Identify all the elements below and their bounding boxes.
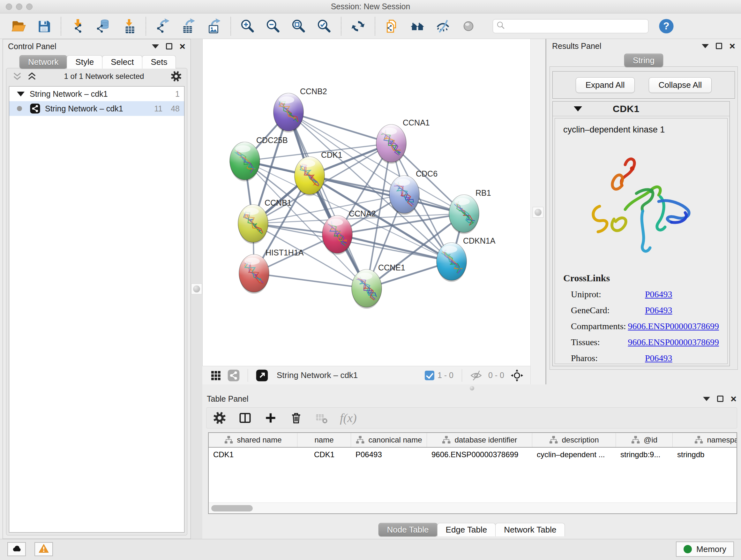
show-columns-icon[interactable] <box>238 411 253 425</box>
import-network-icon[interactable] <box>70 18 86 35</box>
copy-document-icon[interactable] <box>384 18 400 35</box>
crosslink-link[interactable]: 9606.ENSP00000378699 <box>628 337 719 348</box>
table-cell[interactable]: stringdb <box>673 448 737 462</box>
selected-checkbox[interactable] <box>425 371 434 380</box>
panel-menu-icon[interactable] <box>152 44 159 49</box>
close-panel-icon[interactable]: × <box>731 395 737 402</box>
zoom-in-icon[interactable] <box>239 18 256 35</box>
hide-eye-icon[interactable] <box>434 18 451 35</box>
memory-button[interactable]: Memory <box>676 542 734 557</box>
detach-view-icon[interactable] <box>255 368 269 382</box>
tab-network[interactable]: Network <box>19 55 67 69</box>
network-canvas[interactable]: CCNB2CCNA1CDC25BCDK1CDC6RB1CCNB1CCNA2CDK… <box>202 39 530 366</box>
collapse-triangle-icon[interactable] <box>574 106 582 111</box>
table-settings-icon[interactable] <box>212 411 227 425</box>
expand-all-icon[interactable] <box>26 71 38 82</box>
float-panel-icon[interactable] <box>166 43 172 50</box>
close-panel-icon[interactable]: × <box>729 43 735 49</box>
tab-network-table[interactable]: Network Table <box>495 523 565 537</box>
column-header-shared-name[interactable]: shared name <box>209 433 297 447</box>
table-cell[interactable]: cyclin–dependent ... <box>532 448 616 462</box>
import-database-icon[interactable] <box>95 18 112 35</box>
close-panel-icon[interactable]: × <box>179 43 185 50</box>
tab-string[interactable]: String <box>624 54 663 67</box>
table-cell[interactable]: 9606.ENSP00000378699 <box>427 448 532 462</box>
birds-eye-view-icon[interactable] <box>209 368 223 382</box>
tab-select[interactable]: Select <box>102 55 142 69</box>
node-CCNA1[interactable]: CCNA1 <box>376 118 430 164</box>
column-header-@id[interactable]: @id <box>616 433 673 447</box>
network-overview-icon[interactable] <box>226 368 241 382</box>
right-splitter[interactable] <box>530 39 546 384</box>
float-panel-icon[interactable] <box>716 43 722 49</box>
table-row[interactable]: CDK1CDK1P064939606.ENSP00000378699cyclin… <box>209 448 737 462</box>
right-splitter-handle[interactable] <box>533 207 543 218</box>
column-header-canonical-name[interactable]: canonical name <box>351 433 427 447</box>
node-CDK1[interactable]: CDK1 <box>294 150 342 196</box>
open-folder-icon[interactable] <box>10 18 27 35</box>
float-panel-icon[interactable] <box>717 395 724 402</box>
fit-selected-icon[interactable] <box>510 368 524 382</box>
table-cell[interactable]: P06493 <box>351 448 427 462</box>
export-table-icon[interactable] <box>180 18 197 35</box>
zoom-fit-icon[interactable] <box>290 18 307 35</box>
gene-section-header[interactable]: CDK1 <box>553 102 730 116</box>
node-CDC25B[interactable]: CDC25B <box>230 136 288 181</box>
zoom-selected-icon[interactable] <box>316 18 333 35</box>
tab-edge-table[interactable]: Edge Table <box>437 523 496 537</box>
table-cell[interactable]: CDK1 <box>209 448 297 462</box>
left-splitter-handle[interactable] <box>191 284 202 294</box>
home-network-icon[interactable] <box>409 18 426 35</box>
zoom-out-icon[interactable] <box>265 18 281 35</box>
collapse-all-button[interactable]: Collapse All <box>649 77 712 93</box>
show-eye-icon[interactable] <box>460 18 477 35</box>
cloud-status-button[interactable] <box>7 542 26 556</box>
panel-menu-icon[interactable] <box>703 397 710 401</box>
gear-icon[interactable] <box>171 71 182 82</box>
table-horizontal-scrollbar[interactable] <box>209 503 737 513</box>
export-network-icon[interactable] <box>154 18 171 35</box>
crosslink-link[interactable]: 9606.ENSP00000378699 <box>628 321 719 331</box>
crosslink-link[interactable]: P06493 <box>645 289 672 300</box>
horizontal-splitter[interactable] <box>202 384 741 392</box>
edge-CCNB2-CCNA1[interactable] <box>288 112 391 143</box>
node-CDC6[interactable]: CDC6 <box>389 169 437 215</box>
horizontal-splitter-handle[interactable] <box>470 386 474 390</box>
function-builder-icon: f(x) <box>340 411 357 425</box>
edge-CCNB2-CCNE1[interactable] <box>288 112 367 288</box>
add-column-icon[interactable] <box>263 411 278 425</box>
column-header-name[interactable]: name <box>297 433 351 447</box>
column-header-description[interactable]: description <box>532 433 616 447</box>
left-splitter[interactable] <box>191 39 202 539</box>
table-cell[interactable]: CDK1 <box>297 448 351 462</box>
warnings-button[interactable] <box>35 542 53 556</box>
column-header-database-identifier[interactable]: database identifier <box>427 433 532 447</box>
edge-CCNE1-HIST1H1A[interactable] <box>254 273 367 288</box>
scrollbar-thumb[interactable] <box>211 505 253 511</box>
node-CDKN1A[interactable]: CDKN1A <box>436 236 495 282</box>
network-collection-row[interactable]: String Network – cdk1 1 <box>9 86 184 101</box>
node-HIST1H1A[interactable]: HIST1H1A <box>239 248 304 294</box>
node-CCNB2[interactable]: CCNB2 <box>273 87 327 132</box>
search-input[interactable] <box>509 21 645 30</box>
import-table-icon[interactable] <box>121 18 137 35</box>
expanded-triangle-icon[interactable] <box>17 91 24 97</box>
node-CCNE1[interactable]: CCNE1 <box>352 263 405 309</box>
collapse-all-icon[interactable] <box>11 71 23 82</box>
panel-menu-icon[interactable] <box>702 44 709 48</box>
help-icon[interactable]: ? <box>658 18 675 35</box>
tab-node-table[interactable]: Node Table <box>379 523 437 537</box>
save-session-icon[interactable] <box>36 18 52 35</box>
column-header-namespace[interactable]: namespace <box>673 433 737 447</box>
node-RB1[interactable]: RB1 <box>449 188 491 234</box>
tab-sets[interactable]: Sets <box>142 55 176 69</box>
table-cell[interactable]: stringdb:9... <box>616 448 673 462</box>
tab-style[interactable]: Style <box>67 55 103 69</box>
delete-column-icon[interactable] <box>289 411 304 425</box>
refresh-icon[interactable] <box>350 18 366 35</box>
export-image-icon[interactable] <box>205 18 222 35</box>
expand-all-button[interactable]: Expand All <box>576 77 635 93</box>
crosslink-link[interactable]: P06493 <box>645 353 672 363</box>
network-row[interactable]: String Network – cdk1 11 48 <box>9 101 184 116</box>
crosslink-link[interactable]: P06493 <box>645 305 672 315</box>
